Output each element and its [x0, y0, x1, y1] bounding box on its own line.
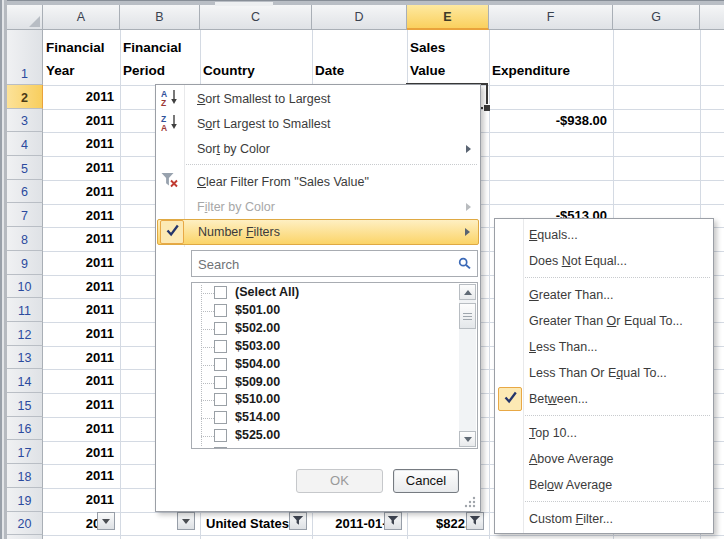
row-header-10[interactable]: 10	[7, 275, 43, 299]
row-header-5[interactable]: 5	[7, 156, 43, 180]
row-header-1[interactable]: 1	[7, 30, 43, 85]
row-header-14[interactable]: 14	[7, 369, 43, 393]
submenu-item-equals[interactable]: Equals...	[496, 222, 712, 248]
row-header-17[interactable]: 17	[7, 441, 43, 465]
submenu-item-does-not-equal[interactable]: Does Not Equal...	[496, 248, 712, 274]
row-header-4[interactable]: 4	[7, 132, 43, 156]
header-cell-E[interactable]: SalesValue	[407, 30, 489, 85]
cell-A12[interactable]: 2011	[43, 322, 120, 346]
menu-item-filter-by-color[interactable]: Filter by Color	[157, 194, 479, 219]
row-header-15[interactable]: 15	[7, 393, 43, 417]
value-checkbox[interactable]	[214, 286, 227, 299]
row-header-12[interactable]: 12	[7, 322, 43, 346]
list-item-value[interactable]: $501.00	[192, 303, 442, 321]
column-header-C[interactable]: C	[200, 5, 312, 30]
submenu-item-greater-than-or-equal-to[interactable]: Greater Than Or Equal To...	[496, 308, 712, 334]
filter-dropdown-button-B[interactable]	[177, 512, 195, 530]
scroll-down-button[interactable]	[459, 431, 476, 447]
list-item-select-all[interactable]: (Select All)	[192, 285, 442, 303]
submenu-item-less-than-or-equal-to[interactable]: Less Than Or Equal To...	[496, 360, 712, 386]
row-header-19[interactable]: 19	[7, 488, 43, 512]
value-checkbox[interactable]	[214, 358, 227, 371]
column-header-B[interactable]: B	[120, 5, 200, 30]
submenu-item-below-average[interactable]: Below Average	[496, 472, 712, 498]
column-header-D[interactable]: D	[312, 5, 407, 30]
row-header-16[interactable]: 16	[7, 417, 43, 441]
scroll-up-button[interactable]	[459, 284, 476, 300]
column-header-E[interactable]: E	[407, 5, 489, 30]
cell-A11[interactable]: 2011	[43, 298, 120, 322]
row-header-11[interactable]: 11	[7, 298, 43, 322]
row-header-6[interactable]: 6	[7, 180, 43, 204]
resize-grip[interactable]	[461, 495, 477, 512]
menu-item-sort-largest-to-smallest[interactable]: ZASort Largest to Smallest	[157, 111, 479, 136]
list-item-value[interactable]: $525.00	[192, 428, 442, 446]
list-item-value[interactable]: $502.00	[192, 321, 442, 339]
cell-A13[interactable]: 2011	[43, 346, 120, 370]
header-cell-F[interactable]: Expenditure	[489, 30, 613, 85]
value-checkbox[interactable]	[214, 322, 227, 335]
cell-A2[interactable]: 2011	[43, 85, 120, 109]
menu-item-number-filters[interactable]: Number Filters	[157, 219, 479, 245]
row-header-3[interactable]: 3	[7, 109, 43, 133]
submenu-item-between[interactable]: Between...	[496, 386, 712, 412]
row-header-20[interactable]: 20	[7, 512, 43, 536]
list-item-value[interactable]: $509.00	[192, 375, 442, 393]
column-header-A[interactable]: A	[43, 5, 120, 30]
row-header-8[interactable]: 8	[7, 227, 43, 251]
cell-A18[interactable]: 2011	[43, 464, 120, 488]
select-all-corner[interactable]	[7, 5, 43, 30]
cell-A16[interactable]: 2011	[43, 417, 120, 441]
row-header-9[interactable]: 9	[7, 251, 43, 275]
search-input[interactable]	[196, 253, 450, 275]
cell-A19[interactable]: 2011	[43, 488, 120, 512]
cell-A8[interactable]: 2011	[43, 227, 120, 251]
value-checkbox[interactable]	[214, 304, 227, 317]
cell-A14[interactable]: 2011	[43, 369, 120, 393]
value-checkbox[interactable]	[214, 429, 227, 442]
submenu-item-greater-than[interactable]: Greater Than...	[496, 282, 712, 308]
list-scrollbar[interactable]	[459, 284, 476, 447]
search-icon[interactable]	[458, 257, 472, 274]
submenu-item-less-than[interactable]: Less Than...	[496, 334, 712, 360]
cell-A15[interactable]: 2011	[43, 393, 120, 417]
cell-F3[interactable]: -$938.00	[489, 109, 613, 133]
cell-A17[interactable]: 2011	[43, 441, 120, 465]
value-checkbox[interactable]	[214, 447, 227, 449]
cell-A4[interactable]: 2011	[43, 132, 120, 156]
filter-applied-button-D[interactable]	[384, 512, 402, 530]
value-checkbox[interactable]	[214, 340, 227, 353]
value-checkbox[interactable]	[214, 411, 227, 424]
cell-A3[interactable]: 2011	[43, 109, 120, 133]
column-header-F[interactable]: F	[489, 5, 613, 30]
header-cell-C[interactable]: Country	[200, 30, 312, 85]
cell-A9[interactable]: 2011	[43, 251, 120, 275]
header-cell-A[interactable]: FinancialYear	[43, 30, 120, 85]
scroll-thumb[interactable]	[459, 303, 476, 329]
ok-button[interactable]: OK	[296, 469, 383, 493]
value-checkbox[interactable]	[214, 393, 227, 406]
cell-A5[interactable]: 2011	[43, 156, 120, 180]
list-item-value[interactable]: $510.00	[192, 392, 442, 410]
cell-A6[interactable]: 2011	[43, 180, 120, 204]
cell-A10[interactable]: 2011	[43, 275, 120, 299]
list-item-value[interactable]: $514.00	[192, 410, 442, 428]
menu-item-sort-by-color[interactable]: Sort by Color	[157, 136, 479, 161]
value-checkbox[interactable]	[214, 376, 227, 389]
filter-applied-button-E[interactable]	[466, 512, 484, 530]
cell-A7[interactable]: 2011	[43, 204, 120, 228]
filter-dropdown-button-A[interactable]	[97, 512, 115, 530]
menu-item-sort-smallest-to-largest[interactable]: AZSort Smallest to Largest	[157, 86, 479, 111]
fill-handle[interactable]	[483, 104, 490, 111]
row-header-13[interactable]: 13	[7, 346, 43, 370]
header-cell-B[interactable]: FinancialPeriod	[120, 30, 200, 85]
header-cell-D[interactable]: Date	[312, 30, 407, 85]
list-item-value[interactable]	[192, 446, 442, 449]
row-header-18[interactable]: 18	[7, 464, 43, 488]
row-header-7[interactable]: 7	[7, 204, 43, 228]
filter-applied-button-C[interactable]	[289, 512, 307, 530]
column-header-G[interactable]: G	[613, 5, 700, 30]
cancel-button[interactable]: Cancel	[393, 469, 459, 493]
row-header-2[interactable]: 2	[7, 85, 43, 109]
list-item-value[interactable]: $503.00	[192, 339, 442, 357]
